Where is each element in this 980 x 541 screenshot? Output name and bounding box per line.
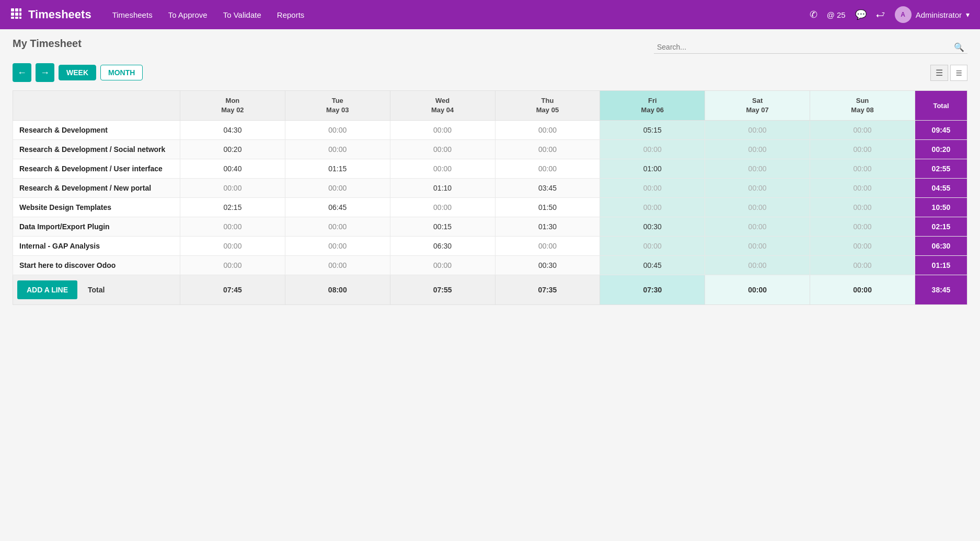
month-button[interactable]: MONTH	[100, 65, 143, 80]
table-row: Website Design Templates02:1506:4500:000…	[13, 198, 967, 217]
login-icon[interactable]: ⮐	[876, 9, 885, 20]
footer-mon: 07:45	[180, 275, 285, 305]
chevron-down-icon: ▾	[966, 10, 970, 19]
search-input[interactable]	[657, 43, 954, 51]
list-view-button[interactable]: ☰	[930, 65, 948, 81]
header-mon: MonMay 02	[180, 91, 285, 121]
prev-button[interactable]: ←	[13, 63, 31, 82]
view-toggle: ☰ ≣	[930, 65, 967, 81]
phone-icon[interactable]: ✆	[810, 9, 817, 20]
table-row: Research & Development / User interface0…	[13, 159, 967, 179]
grid-icon[interactable]: ​	[10, 8, 22, 22]
svg-rect-5	[19, 13, 21, 16]
footer-row: ADD A LINE Total 07:45 08:00 07:55 07:35…	[13, 275, 967, 305]
chat-icon[interactable]: 💬	[855, 9, 867, 20]
page-title: My Timesheet	[13, 38, 82, 50]
table-row: Research & Development04:3000:0000:0000:…	[13, 121, 967, 140]
user-menu[interactable]: A Administrator ▾	[895, 6, 970, 23]
svg-rect-6	[11, 17, 14, 19]
svg-rect-7	[15, 17, 18, 19]
footer-thu: 07:35	[495, 275, 600, 305]
timesheet-table: MonMay 02 TueMay 03 WedMay 04 ThuMay 05 …	[13, 90, 967, 305]
svg-rect-1	[15, 8, 18, 11]
right-icons: ✆ @ 25 💬 ⮐ A Administrator ▾	[810, 6, 970, 23]
footer-tue: 08:00	[285, 275, 390, 305]
svg-rect-8	[19, 17, 21, 19]
footer-add-btn-cell: ADD A LINE Total	[13, 275, 180, 305]
page-content: My Timesheet 🔍 ← → WEEK MONTH ☰ ≣ MonMay…	[0, 29, 980, 313]
table-row: Data Import/Export Plugin00:0000:0000:15…	[13, 217, 967, 237]
top-navigation: ​ Timesheets Timesheets To Approve To Va…	[0, 0, 980, 29]
footer-total-label: Total	[88, 286, 105, 294]
footer-total: 38:45	[915, 275, 967, 305]
header-fri: FriMay 06	[600, 91, 705, 121]
week-button[interactable]: WEEK	[59, 65, 96, 80]
next-button[interactable]: →	[36, 63, 54, 82]
toolbar: ← → WEEK MONTH ☰ ≣	[13, 63, 967, 82]
notification-badge[interactable]: @ 25	[827, 10, 846, 19]
nav-to-validate[interactable]: To Validate	[223, 10, 261, 19]
footer-wed: 07:55	[390, 275, 495, 305]
svg-rect-3	[11, 13, 14, 16]
footer-fri: 07:30	[600, 275, 705, 305]
nav-to-approve[interactable]: To Approve	[168, 10, 207, 19]
search-icon[interactable]: 🔍	[954, 42, 964, 52]
nav-reports[interactable]: Reports	[277, 10, 305, 19]
header-sun: SunMay 08	[810, 91, 915, 121]
header-total: Total	[915, 91, 967, 121]
footer-sun: 00:00	[810, 275, 915, 305]
add-line-button[interactable]: ADD A LINE	[17, 280, 77, 299]
table-row: Research & Development / Social network0…	[13, 140, 967, 159]
svg-rect-2	[19, 8, 21, 11]
avatar: A	[895, 6, 912, 23]
header-wed: WedMay 04	[390, 91, 495, 121]
table-header-row: MonMay 02 TueMay 03 WedMay 04 ThuMay 05 …	[13, 91, 967, 121]
svg-rect-0	[11, 8, 14, 11]
header-tue: TueMay 03	[285, 91, 390, 121]
header-sat: SatMay 07	[705, 91, 810, 121]
search-bar: 🔍	[654, 41, 967, 54]
footer-sat: 00:00	[705, 275, 810, 305]
app-title: Timesheets	[28, 8, 91, 21]
table-row: Start here to discover Odoo00:0000:0000:…	[13, 256, 967, 275]
table-row: Research & Development / New portal00:00…	[13, 179, 967, 198]
grid-view-button[interactable]: ≣	[950, 65, 967, 81]
nav-timesheets[interactable]: Timesheets	[112, 10, 153, 19]
svg-rect-4	[15, 13, 18, 16]
header-thu: ThuMay 05	[495, 91, 600, 121]
toolbar-left: ← → WEEK MONTH	[13, 63, 143, 82]
nav-links: Timesheets To Approve To Validate Report…	[112, 10, 810, 19]
header-empty	[13, 91, 180, 121]
table-row: Internal - GAP Analysis00:0000:0006:3000…	[13, 237, 967, 256]
